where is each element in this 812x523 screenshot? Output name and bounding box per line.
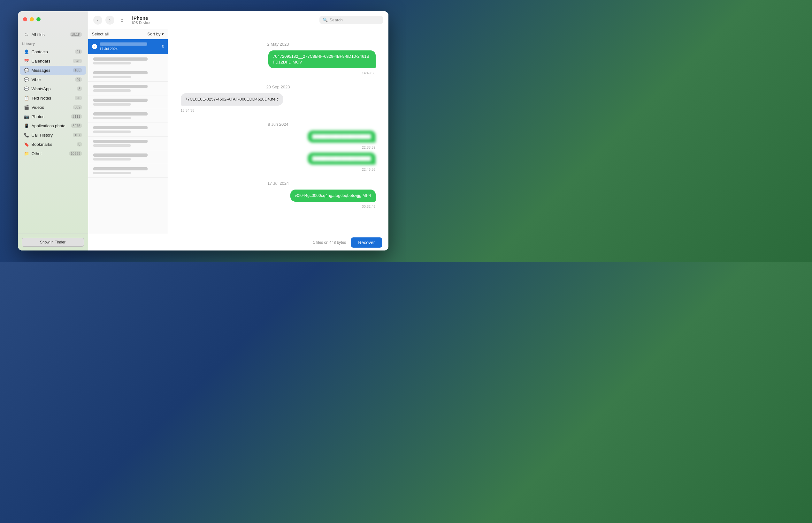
list-item-content bbox=[92, 57, 161, 65]
message-wrapper: ████████████████████ bbox=[181, 152, 376, 165]
list-item-title bbox=[93, 126, 148, 129]
sidebar-item-textnotes[interactable]: 📋 Text Notes 20 bbox=[20, 93, 86, 103]
message-wrapper: v0f044gc0000cq4ngafog65qbbtcvjjg.MP4 bbox=[181, 190, 376, 202]
sidebar-item-calendars[interactable]: 📅 Calendars 546 bbox=[20, 56, 86, 66]
message-time: 22:33:39 bbox=[181, 145, 376, 149]
list-item[interactable] bbox=[88, 164, 168, 178]
list-item-title bbox=[93, 154, 148, 157]
select-all-button[interactable]: Select all bbox=[92, 32, 109, 36]
list-item-title bbox=[93, 167, 148, 170]
files-info: 1 files on 448 bytes bbox=[313, 240, 346, 245]
list-item-content bbox=[92, 167, 161, 174]
sidebar-count-textnotes: 20 bbox=[75, 96, 82, 100]
sidebar-label-other: Other bbox=[32, 151, 69, 156]
appsphoto-icon: 📱 bbox=[24, 123, 29, 129]
list-item-date bbox=[93, 158, 131, 161]
list-item[interactable] bbox=[88, 137, 168, 150]
list-item-title bbox=[93, 85, 148, 88]
show-finder-button[interactable]: Show in Finder bbox=[22, 238, 84, 247]
list-item-date bbox=[93, 89, 131, 92]
videos-icon: 🎬 bbox=[24, 104, 29, 110]
chat-messages: 2 May 202370472095182__277C8B4F-6829-4BF… bbox=[168, 29, 388, 234]
search-bar[interactable]: 🔍 bbox=[319, 16, 383, 24]
other-icon: 📁 bbox=[24, 150, 29, 156]
message-wrapper: 77C16E0E-0257-4502-AFAF-000EDD4628D4.hei… bbox=[181, 93, 376, 105]
list-item-check: ✓ bbox=[92, 44, 97, 49]
list-item-content bbox=[92, 154, 161, 161]
sidebar-item-other[interactable]: 📁 Other 10555 bbox=[20, 149, 86, 158]
list-item-title bbox=[93, 140, 148, 143]
sidebar-item-bookmarks[interactable]: 🔖 Bookmarks 8 bbox=[20, 140, 86, 149]
sort-by-button[interactable]: Sort by ▾ bbox=[147, 32, 163, 36]
date-separator: 17 Jul 2024 bbox=[181, 181, 376, 186]
titlebar bbox=[18, 11, 88, 27]
minimize-button[interactable] bbox=[30, 17, 34, 21]
list-item[interactable] bbox=[88, 123, 168, 137]
list-item-date bbox=[93, 117, 131, 119]
sidebar-count-whatsapp: 3 bbox=[77, 87, 82, 91]
list-item[interactable] bbox=[88, 68, 168, 82]
list-item[interactable] bbox=[88, 109, 168, 123]
sidebar-item-messages[interactable]: 💬 Messages 106 bbox=[20, 66, 86, 75]
message-wrapper: 70472095182__277C8B4F-6829-4BF8-9D10-246… bbox=[181, 50, 376, 68]
date-separator: 2 May 2023 bbox=[181, 42, 376, 47]
message-time: 16:34:38 bbox=[181, 108, 376, 112]
sidebar-label-viber: Viber bbox=[32, 77, 75, 82]
sidebar-count-calendars: 546 bbox=[73, 59, 82, 63]
list-item-title bbox=[93, 57, 148, 61]
message-bubble: 77C16E0E-0257-4502-AFAF-000EDD4628D4.hei… bbox=[181, 93, 283, 105]
sidebar-count-messages: 106 bbox=[73, 68, 82, 72]
sidebar-label-messages: Messages bbox=[32, 68, 73, 73]
chat-panel: 2 May 202370472095182__277C8B4F-6829-4BF… bbox=[168, 29, 388, 234]
date-separator: 8 Jun 2024 bbox=[181, 122, 376, 127]
list-item-date: 17 Jul 2024 bbox=[100, 47, 159, 51]
date-separator: 20 Sep 2023 bbox=[181, 85, 376, 89]
list-toolbar: Select all Sort by ▾ bbox=[88, 29, 168, 39]
sidebar-item-videos[interactable]: 🎬 Videos 502 bbox=[20, 103, 86, 112]
list-item-title bbox=[93, 71, 148, 74]
sidebar-count-appsphoto: 3975 bbox=[71, 124, 82, 128]
maximize-button[interactable] bbox=[36, 17, 40, 21]
sidebar-count-photos: 2111 bbox=[71, 114, 82, 119]
list-item-content bbox=[92, 85, 161, 92]
list-item[interactable] bbox=[88, 82, 168, 95]
list-item-content bbox=[92, 98, 161, 106]
sidebar-item-callhistory[interactable]: 📞 Call History 107 bbox=[20, 130, 86, 140]
home-button[interactable]: ⌂ bbox=[118, 16, 126, 24]
message-bubble: ████████████████████ bbox=[308, 130, 375, 143]
search-input[interactable] bbox=[330, 18, 374, 22]
sidebar-item-appsphoto[interactable]: 📱 Applications photo 3975 bbox=[20, 121, 86, 130]
list-item-content bbox=[92, 112, 161, 119]
topbar: ‹ › ⌂ iPhone iOS Device 🔍 bbox=[88, 11, 388, 29]
list-item-date bbox=[93, 62, 131, 65]
recover-button[interactable]: Recover bbox=[351, 237, 382, 248]
whatsapp-icon: 💬 bbox=[24, 86, 29, 92]
sidebar-count-viber: 46 bbox=[75, 77, 82, 82]
sidebar-item-contacts[interactable]: 👤 Contacts 91 bbox=[20, 47, 86, 56]
callhistory-icon: 📞 bbox=[24, 132, 29, 138]
sidebar-item-allfiles[interactable]: 🗂 All files 18,1K bbox=[20, 30, 86, 39]
sidebar-item-whatsapp[interactable]: 💬 WhatsApp 3 bbox=[20, 84, 86, 93]
sidebar-count-contacts: 91 bbox=[75, 50, 82, 54]
list-item[interactable] bbox=[88, 95, 168, 109]
list-item-date bbox=[93, 76, 131, 78]
list-item-date bbox=[93, 172, 131, 174]
list-item-title bbox=[93, 112, 148, 115]
close-button[interactable] bbox=[23, 17, 27, 21]
message-wrapper: ████████████████████ bbox=[181, 130, 376, 143]
sidebar-item-photos[interactable]: 📷 Photos 2111 bbox=[20, 112, 86, 121]
message-time: 00:32:46 bbox=[181, 204, 376, 209]
forward-button[interactable]: › bbox=[105, 16, 114, 24]
viber-icon: 💬 bbox=[24, 77, 29, 82]
back-button[interactable]: ‹ bbox=[93, 16, 102, 24]
list-item[interactable]: ✓ 17 Jul 2024 5 bbox=[88, 39, 168, 54]
list-item[interactable] bbox=[88, 150, 168, 164]
sidebar-footer: Show in Finder bbox=[18, 234, 88, 251]
messages-icon: 💬 bbox=[24, 67, 29, 73]
sidebar-label-appsphoto: Applications photo bbox=[32, 124, 71, 128]
list-item-date bbox=[93, 103, 131, 106]
calendars-icon: 📅 bbox=[24, 58, 29, 64]
sidebar-item-viber[interactable]: 💬 Viber 46 bbox=[20, 75, 86, 84]
sidebar-label-contacts: Contacts bbox=[32, 50, 75, 54]
list-item[interactable] bbox=[88, 54, 168, 68]
